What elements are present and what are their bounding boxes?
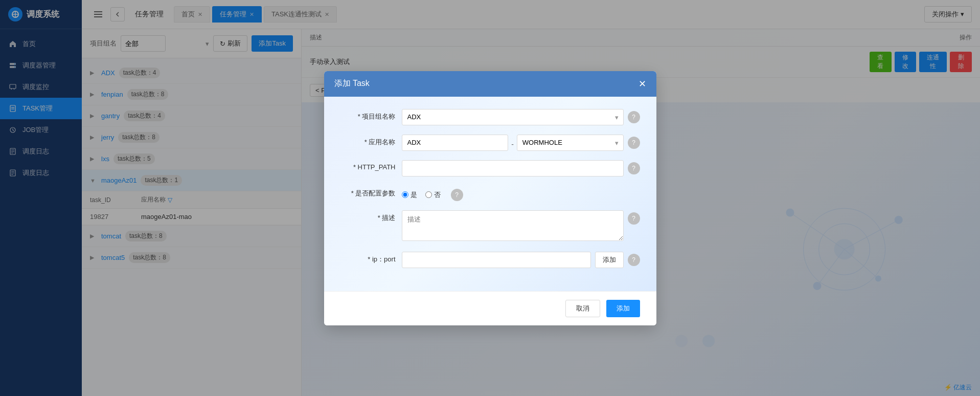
add-task-modal: 添加 Task ✕ * 项目组名称 ADX ? [324,71,656,325]
http-path-input[interactable] [402,160,624,177]
project-group-help[interactable]: ? [628,111,640,123]
radio-group: 是 否 ? [402,186,640,201]
project-group-control: ADX [402,109,624,125]
project-group-select[interactable]: ADX [402,109,624,125]
ip-port-label: * ip：port [340,252,402,264]
project-group-label: * 项目组名称 [340,109,402,121]
desc-label: * 描述 [340,210,402,223]
desc-control [402,210,624,243]
modal-footer: 取消 添加 [324,291,656,325]
config-params-control: 是 否 ? [402,186,640,201]
ip-port-input[interactable] [402,252,591,268]
desc-textarea[interactable] [402,210,624,241]
confirm-button[interactable]: 添加 [606,300,640,317]
ip-port-help[interactable]: ? [628,254,640,266]
app-name-right-wrap: WORMHOLE [517,135,624,151]
app-name-right-select-wrap: WORMHOLE [517,135,624,151]
app-name-separator: - [508,135,517,151]
config-params-label: * 是否配置参数 [340,186,402,198]
desc-help[interactable]: ? [628,212,640,225]
radio-no[interactable]: 否 [425,190,441,200]
http-path-label: * HTTP_PATH [340,160,402,171]
modal-header: 添加 Task ✕ [324,71,656,97]
cancel-button[interactable]: 取消 [565,300,600,317]
form-row-config: * 是否配置参数 是 否 ? [340,186,640,201]
form-row-desc: * 描述 ? [340,210,640,243]
ip-row: 添加 [402,252,624,268]
form-row-project: * 项目组名称 ADX ? [340,109,640,125]
form-row-ip: * ip：port 添加 ? [340,252,640,268]
radio-no-input[interactable] [425,191,432,198]
modal-overlay: 添加 Task ✕ * 项目组名称 ADX ? [0,0,980,396]
app-name-left-wrap [402,135,509,151]
add-ip-button[interactable]: 添加 [595,252,624,268]
modal-body: * 项目组名称 ADX ? * 应用名称 [324,97,656,291]
app-name-right-select[interactable]: WORMHOLE [517,135,624,151]
radio-yes-input[interactable] [402,191,408,198]
app-name-row: - WORMHOLE [402,135,624,151]
app-name-control: - WORMHOLE [402,135,624,151]
http-path-help[interactable]: ? [628,162,640,174]
http-path-control [402,160,624,177]
ip-port-control: 添加 [402,252,624,268]
app-name-label: * 应用名称 [340,135,402,147]
config-help[interactable]: ? [451,189,463,201]
radio-yes[interactable]: 是 [402,190,417,200]
form-row-http-path: * HTTP_PATH ? [340,160,640,177]
app-name-left-input[interactable] [402,135,509,151]
app-name-help[interactable]: ? [628,137,640,149]
form-row-appname: * 应用名称 - WORMHOLE [340,135,640,151]
modal-title: 添加 Task [334,78,370,89]
project-group-select-wrap: ADX [402,109,624,125]
modal-close-button[interactable]: ✕ [639,78,646,90]
